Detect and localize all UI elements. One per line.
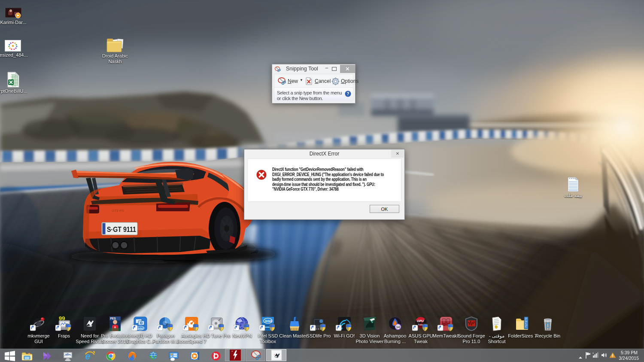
svg-text:intel: intel [265, 319, 272, 323]
svg-text:intel: intel [138, 327, 144, 330]
svg-text:14: 14 [396, 325, 400, 329]
svg-text:GPU: GPU [417, 319, 424, 323]
svg-text:*: * [592, 352, 594, 356]
svg-text:S·GT 9111: S·GT 9111 [107, 225, 136, 234]
svg-text:?: ? [346, 91, 349, 96]
svg-text:PES: PES [110, 317, 116, 320]
svg-text:Twe: Twe [418, 323, 423, 326]
svg-text:GT3 RS: GT3 RS [112, 209, 125, 213]
